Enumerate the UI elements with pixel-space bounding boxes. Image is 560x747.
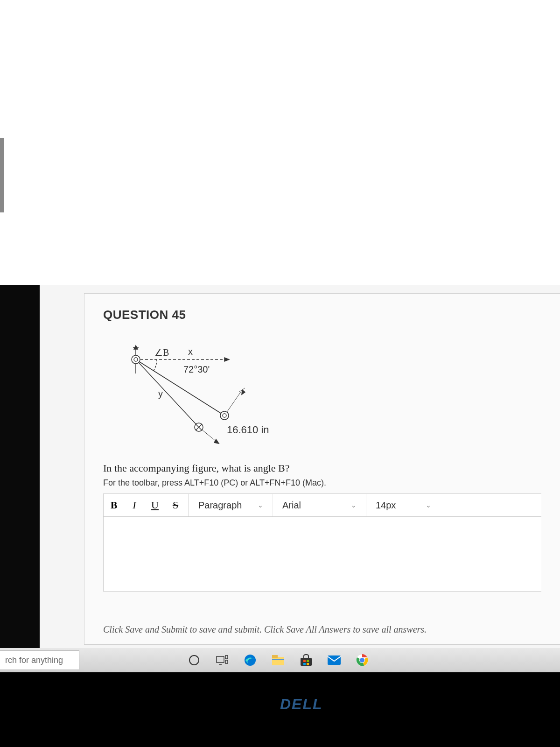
edge-icon[interactable] bbox=[243, 653, 258, 668]
gray-strip bbox=[0, 138, 4, 212]
svg-rect-28 bbox=[328, 655, 341, 665]
svg-rect-25 bbox=[307, 660, 309, 662]
question-prompt: In the accompanying figure, what is angl… bbox=[103, 462, 541, 474]
question-card: QUESTION 45 bbox=[84, 293, 560, 645]
svg-point-10 bbox=[220, 411, 229, 420]
angle-value: 72°30' bbox=[183, 364, 210, 374]
underline-button[interactable]: U bbox=[145, 494, 165, 516]
font-select[interactable]: Arial ⌄ bbox=[273, 494, 366, 516]
dell-logo: DELL bbox=[280, 696, 323, 713]
question-figure: ∠B x 72°30' y 16.610 in bbox=[122, 336, 299, 448]
mail-icon[interactable] bbox=[327, 653, 342, 668]
format-select-label: Paragraph bbox=[198, 500, 242, 511]
font-select-label: Arial bbox=[282, 500, 301, 511]
chevron-down-icon: ⌄ bbox=[351, 501, 357, 509]
svg-rect-21 bbox=[272, 655, 278, 658]
svg-rect-24 bbox=[303, 660, 306, 662]
screen-content: QUESTION 45 bbox=[40, 285, 560, 649]
angle-b-label: ∠B bbox=[154, 347, 169, 358]
cortana-icon[interactable] bbox=[187, 653, 202, 668]
bold-button[interactable]: B bbox=[104, 494, 124, 516]
chevron-down-icon: ⌄ bbox=[258, 501, 263, 509]
svg-rect-22 bbox=[272, 659, 284, 660]
chevron-down-icon: ⌄ bbox=[426, 501, 431, 509]
store-icon[interactable] bbox=[299, 653, 314, 668]
search-input[interactable]: rch for anything bbox=[0, 650, 79, 670]
svg-line-5 bbox=[224, 390, 242, 416]
white-overlay bbox=[0, 0, 560, 285]
toolbar-hint: For the toolbar, press ALT+F10 (PC) or A… bbox=[103, 478, 541, 488]
windows-taskbar[interactable]: rch for anything bbox=[0, 648, 560, 672]
svg-point-32 bbox=[360, 658, 364, 662]
size-select-label: 14px bbox=[376, 500, 396, 511]
file-explorer-icon[interactable] bbox=[271, 653, 286, 668]
y-label: y bbox=[158, 388, 163, 399]
chrome-icon[interactable] bbox=[355, 653, 370, 668]
taskbar-icons bbox=[187, 653, 370, 668]
format-select[interactable]: Paragraph ⌄ bbox=[189, 494, 273, 516]
dimension-label: 16.610 in bbox=[227, 424, 269, 436]
dark-margin bbox=[0, 285, 40, 649]
editor-toolbar: B I U S Paragraph ⌄ Arial ⌄ 14px ⌄ bbox=[103, 493, 541, 517]
size-select[interactable]: 14px ⌄ bbox=[366, 494, 441, 516]
svg-rect-27 bbox=[307, 663, 309, 665]
search-placeholder: rch for anything bbox=[5, 655, 63, 665]
svg-point-8 bbox=[132, 355, 140, 364]
svg-rect-23 bbox=[301, 658, 312, 666]
svg-rect-26 bbox=[303, 663, 306, 665]
submit-hint: Click Save and Submit to save and submit… bbox=[103, 615, 541, 635]
svg-rect-16 bbox=[225, 655, 228, 659]
strikethrough-button[interactable]: S bbox=[165, 494, 186, 516]
answer-editor[interactable] bbox=[103, 517, 541, 592]
italic-button[interactable]: I bbox=[124, 494, 145, 516]
x-label: x bbox=[188, 346, 193, 357]
svg-rect-17 bbox=[225, 660, 228, 663]
question-title: QUESTION 45 bbox=[103, 308, 541, 322]
task-view-icon[interactable] bbox=[215, 653, 230, 668]
svg-rect-20 bbox=[272, 657, 284, 665]
svg-rect-15 bbox=[217, 656, 224, 662]
